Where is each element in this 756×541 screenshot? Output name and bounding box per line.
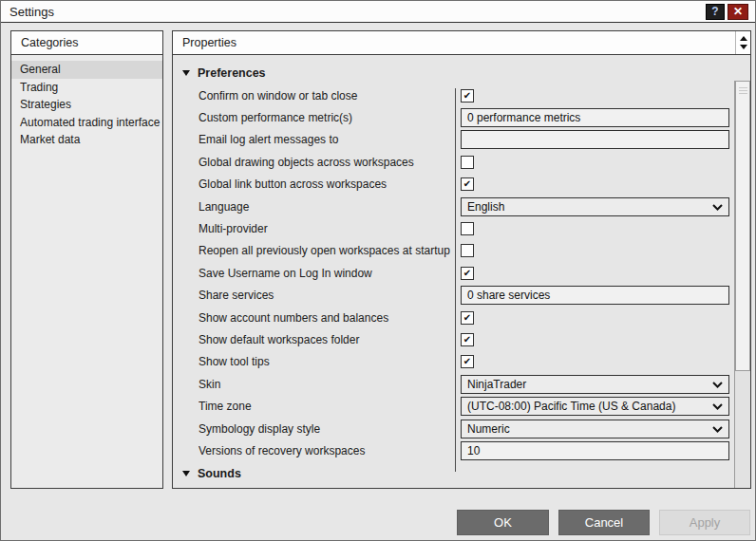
input-value: 0 performance metrics bbox=[467, 111, 580, 124]
select-symbology-display-style[interactable]: Numeric bbox=[461, 420, 729, 438]
input-versions-of-recovery-workspaces[interactable]: 10 bbox=[461, 441, 729, 460]
scroll-spinner bbox=[735, 31, 750, 54]
input-email-log-alert-messages-to[interactable] bbox=[461, 130, 729, 149]
property-row-email-log-alert-messages-to: Email log alert messages to bbox=[173, 129, 750, 151]
property-row-versions-of-recovery-workspaces: Versions of recovery workspaces10 bbox=[173, 439, 750, 461]
chevron-down-icon bbox=[712, 200, 723, 214]
selected-value: Numeric bbox=[467, 422, 510, 436]
categories-panel: Categories GeneralTradingStrategiesAutom… bbox=[10, 30, 163, 489]
sidebar-item-automated-trading-interface[interactable]: Automated trading interface bbox=[11, 114, 162, 132]
property-control: ✔ bbox=[461, 89, 729, 103]
property-row-global-link-button-across-workspaces: Global link button across workspaces✔ bbox=[173, 174, 750, 196]
window-title: Settings bbox=[9, 5, 703, 19]
property-control bbox=[461, 156, 729, 169]
check-icon: ✔ bbox=[463, 90, 471, 101]
close-button[interactable]: ✕ bbox=[728, 4, 748, 20]
property-row-multi-provider: Multi-provider bbox=[173, 217, 750, 239]
collapse-arrow-icon bbox=[182, 471, 190, 476]
select-language[interactable]: English bbox=[461, 197, 729, 216]
property-row-skin: SkinNinjaTrader bbox=[173, 373, 750, 395]
property-control: ✔ bbox=[461, 177, 729, 191]
property-control: ✔ bbox=[461, 267, 729, 280]
property-control: ✔ bbox=[461, 311, 729, 325]
property-label: Versions of recovery workspaces bbox=[198, 444, 461, 457]
property-control: 0 share services bbox=[461, 286, 729, 305]
property-row-symbology-display-style: Symbology display styleNumeric bbox=[173, 418, 750, 439]
property-control: English bbox=[461, 197, 729, 216]
section-label: Sounds bbox=[198, 467, 241, 480]
cancel-button[interactable]: Cancel bbox=[558, 510, 650, 535]
property-row-global-drawing-objects-across-workspaces: Global drawing objects across workspaces bbox=[173, 151, 750, 173]
sidebar-item-strategies[interactable]: Strategies bbox=[11, 96, 162, 114]
property-label: Language bbox=[198, 200, 461, 214]
input-value: 10 bbox=[467, 444, 480, 457]
chevron-down-icon bbox=[712, 422, 723, 436]
chevron-down-icon bbox=[712, 400, 723, 413]
property-label: Show tool tips bbox=[198, 355, 461, 368]
property-control: Numeric bbox=[461, 420, 729, 438]
section-label: Preferences bbox=[198, 66, 266, 80]
input-custom-performance-metric-s[interactable]: 0 performance metrics bbox=[461, 108, 729, 127]
section-header-sounds[interactable]: Sounds bbox=[173, 462, 750, 486]
checkbox-reopen-all-previously-open-workspaces-at-startup[interactable] bbox=[461, 244, 474, 257]
sidebar-item-market-data[interactable]: Market data bbox=[11, 131, 162, 149]
scrollbar-grip-icon bbox=[736, 85, 749, 96]
sidebar-item-general[interactable]: General bbox=[11, 61, 162, 79]
property-label: Confirm on window or tab close bbox=[198, 89, 461, 103]
checkbox-show-tool-tips[interactable]: ✔ bbox=[461, 355, 474, 368]
property-label: Global link button across workspaces bbox=[198, 177, 461, 191]
property-row-show-default-workspaces-folder: Show default workspaces folder✔ bbox=[173, 328, 750, 350]
property-label: Save Username on Log In window bbox=[198, 267, 461, 280]
property-row-save-username-on-log-in-window: Save Username on Log In window✔ bbox=[173, 262, 750, 284]
property-control bbox=[461, 244, 729, 257]
property-control: ✔ bbox=[461, 333, 729, 346]
scrollbar-thumb[interactable] bbox=[735, 81, 750, 371]
properties-header-label: Properties bbox=[182, 36, 236, 49]
property-control bbox=[461, 130, 729, 149]
property-label: Show account numbers and balances bbox=[198, 311, 461, 325]
collapse-arrow-icon bbox=[182, 70, 190, 76]
selected-value: (UTC-08:00) Pacific Time (US & Canada) bbox=[467, 400, 675, 413]
property-label: Global drawing objects across workspaces bbox=[198, 156, 461, 169]
property-control: (UTC-08:00) Pacific Time (US & Canada) bbox=[461, 397, 729, 416]
checkbox-global-link-button-across-workspaces[interactable]: ✔ bbox=[461, 177, 474, 191]
properties-panel: Properties PreferencesConfirm on window … bbox=[172, 30, 751, 489]
property-row-show-account-numbers-and-balances: Show account numbers and balances✔ bbox=[173, 307, 750, 328]
sidebar-item-trading[interactable]: Trading bbox=[11, 79, 162, 97]
property-label: Skin bbox=[198, 378, 461, 391]
question-mark-icon: ? bbox=[711, 5, 718, 18]
property-row-confirm-on-window-or-tab-close: Confirm on window or tab close✔ bbox=[173, 84, 750, 106]
checkbox-show-default-workspaces-folder[interactable]: ✔ bbox=[461, 333, 474, 346]
property-control: 10 bbox=[461, 441, 729, 460]
scroll-up-icon[interactable] bbox=[740, 36, 747, 41]
checkbox-save-username-on-log-in-window[interactable]: ✔ bbox=[461, 267, 474, 280]
check-icon: ✔ bbox=[463, 268, 471, 278]
property-label: Time zone bbox=[198, 400, 461, 413]
check-icon: ✔ bbox=[463, 334, 471, 345]
property-label: Custom performance metric(s) bbox=[198, 111, 461, 124]
property-row-show-tool-tips: Show tool tips✔ bbox=[173, 351, 750, 373]
select-time-zone[interactable]: (UTC-08:00) Pacific Time (US & Canada) bbox=[461, 397, 729, 416]
categories-list: GeneralTradingStrategiesAutomated tradin… bbox=[11, 55, 162, 149]
label-value-divider bbox=[455, 88, 456, 472]
check-icon: ✔ bbox=[463, 178, 471, 189]
checkbox-global-drawing-objects-across-workspaces[interactable] bbox=[461, 156, 474, 169]
check-icon: ✔ bbox=[463, 356, 471, 366]
checkbox-confirm-on-window-or-tab-close[interactable]: ✔ bbox=[461, 89, 474, 103]
section-header-preferences[interactable]: Preferences bbox=[173, 61, 750, 84]
ok-button[interactable]: OK bbox=[457, 510, 549, 535]
select-skin[interactable]: NinjaTrader bbox=[461, 375, 729, 394]
property-label: Show default workspaces folder bbox=[198, 333, 461, 346]
property-row-custom-performance-metric-s: Custom performance metric(s)0 performanc… bbox=[173, 106, 750, 128]
property-control: 0 performance metrics bbox=[461, 108, 729, 127]
checkbox-show-account-numbers-and-balances[interactable]: ✔ bbox=[461, 311, 474, 325]
scroll-down-icon[interactable] bbox=[740, 45, 747, 49]
property-control: ✔ bbox=[461, 355, 729, 368]
help-button[interactable]: ? bbox=[706, 4, 725, 20]
input-share-services[interactable]: 0 share services bbox=[461, 286, 729, 305]
checkbox-multi-provider[interactable] bbox=[461, 222, 474, 235]
property-label: Share services bbox=[198, 289, 461, 302]
title-bar: Settings ? ✕ bbox=[1, 1, 755, 23]
property-label: Email log alert messages to bbox=[198, 133, 461, 146]
vertical-scrollbar[interactable] bbox=[734, 81, 750, 488]
